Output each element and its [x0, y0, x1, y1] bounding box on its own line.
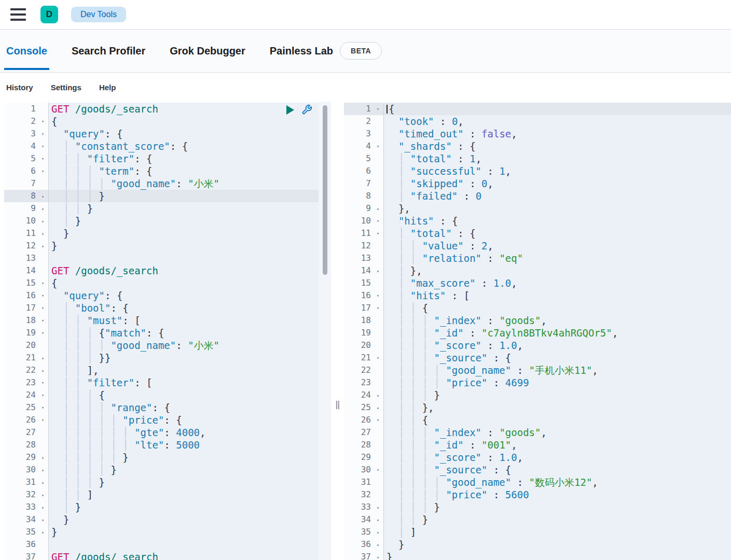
deployment-icon[interactable]: D [40, 6, 58, 23]
code-text[interactable]: } [49, 240, 319, 252]
send-request-button[interactable] [286, 105, 294, 115]
code-text[interactable]: │ │ "filter": { [49, 152, 319, 165]
code-text[interactable]: │ │ │ │ "good_name" : "数码小米12", [384, 476, 731, 488]
code-text[interactable]: │ │ │ "_index" : "goods", [384, 426, 731, 439]
code-line[interactable]: 8 │ "failed" : 0 [344, 190, 731, 202]
code-text[interactable]: │ │ │ "_id" : "c7ayln8BTkv4ahRGQOr5", [384, 327, 731, 339]
code-text[interactable]: "timed_out" : false, [384, 128, 731, 140]
code-text[interactable]: │ │ │ "_score" : 1.0, [384, 451, 731, 464]
code-text[interactable]: "_shards" : { [384, 140, 731, 152]
code-line[interactable]: 34▴ │ │ } [344, 513, 731, 526]
fold-toggle-icon[interactable]: ▴ [37, 526, 49, 538]
code-line[interactable]: 4▾ "_shards" : { [344, 140, 731, 152]
fold-toggle-icon[interactable]: ▾ [37, 165, 49, 177]
code-text[interactable]: │ │ { [384, 302, 731, 314]
code-text[interactable]: │ ] [384, 526, 731, 538]
code-text[interactable]: GET /goods/_search [49, 103, 319, 115]
code-line[interactable]: 18 │ │ │ "_index" : "goods", [344, 314, 731, 327]
code-text[interactable]: │ │ │ "_score" : 1.0, [384, 339, 731, 352]
code-line[interactable]: 31▴ │ │ │ } [4, 476, 319, 488]
code-text[interactable]: │ │ │ "_index" : "goods", [384, 314, 731, 327]
code-text[interactable]: │ │ "must": [ [49, 314, 319, 327]
fold-toggle-icon[interactable]: ▴ [37, 513, 49, 526]
code-line[interactable]: 36 [4, 538, 319, 551]
fold-toggle-icon[interactable]: ▴ [373, 389, 384, 401]
fold-toggle-icon[interactable]: ▾ [37, 277, 49, 289]
code-line[interactable]: 21▾ │ │ │ "_source" : { [344, 352, 731, 364]
tab-grok-debugger[interactable]: Grok Debugger [170, 30, 245, 72]
code-text[interactable]: GET /goods/_search [49, 264, 319, 277]
code-text[interactable]: } [49, 227, 319, 240]
code-line[interactable]: 4▾ │ "constant_score": { [4, 140, 319, 152]
code-text[interactable]: │ "max_score" : 1.0, [384, 277, 731, 289]
fold-toggle-icon[interactable]: ▾ [373, 227, 384, 240]
code-text[interactable]: │ "constant_score": { [49, 140, 319, 152]
menu-icon[interactable] [10, 8, 26, 21]
code-text[interactable]: │ } [49, 501, 319, 513]
fold-toggle-icon[interactable]: ▾ [373, 352, 384, 364]
code-line[interactable]: 20 │ │ │ │ "good_name": "小米" [4, 339, 319, 352]
code-line[interactable]: 24▴ │ │ │ } [344, 389, 731, 401]
code-line[interactable]: 22 │ │ │ │ "good_name" : "手机小米11", [344, 364, 731, 376]
code-line[interactable]: 19▾ │ │ │ {"match": { [4, 327, 319, 339]
fold-toggle-icon[interactable]: ▴ [373, 501, 384, 513]
code-line[interactable]: 1▾{ [344, 103, 731, 115]
fold-toggle-icon[interactable]: ▴ [373, 202, 384, 215]
code-text[interactable]: "query": { [49, 128, 319, 140]
code-text[interactable]: } [49, 526, 319, 538]
code-line[interactable]: 18▾ │ │ "must": [ [4, 314, 319, 327]
code-text[interactable]: │ │ │ } [384, 389, 731, 401]
code-text[interactable]: │ │ │ │ │ "price": { [49, 414, 319, 426]
code-line[interactable]: 2▾{ [4, 115, 319, 128]
fold-toggle-icon[interactable]: ▴ [37, 240, 49, 252]
code-text[interactable]: } [384, 551, 731, 560]
fold-toggle-icon[interactable]: ▾ [37, 414, 49, 426]
tab-console[interactable]: Console [6, 30, 47, 72]
code-text[interactable]: } [49, 513, 319, 526]
code-line[interactable]: 27 │ │ │ │ │ │ "gte": 4000, [4, 426, 319, 439]
menu-item-settings[interactable]: Settings [51, 83, 81, 92]
code-line[interactable]: 12 │ │ "value" : 2, [344, 240, 731, 252]
code-text[interactable]: │ │ } [384, 513, 731, 526]
fold-toggle-icon[interactable]: ▴ [373, 526, 384, 538]
code-text[interactable]: │ │ │ │ "good_name": "小米" [49, 339, 319, 352]
fold-toggle-icon[interactable]: ▾ [37, 289, 49, 302]
code-line[interactable]: 37▴} [344, 551, 731, 560]
code-line[interactable]: 34▴ } [4, 513, 319, 526]
fold-toggle-icon[interactable]: ▾ [373, 289, 384, 302]
fold-toggle-icon[interactable]: ▴ [37, 476, 49, 488]
fold-toggle-icon[interactable]: ▾ [373, 302, 384, 314]
code-text[interactable]: │ "failed" : 0 [384, 190, 731, 202]
fold-toggle-icon[interactable]: ▾ [37, 140, 49, 152]
code-line[interactable]: 5▾ │ │ "filter": { [4, 152, 319, 165]
code-line[interactable]: 30▾ │ │ │ "_source" : { [344, 464, 731, 476]
code-text[interactable]: │ │ "filter": [ [49, 376, 319, 389]
code-line[interactable]: 17▾ │ "bool": { [4, 302, 319, 314]
code-text[interactable]: │ │ │ "_source" : { [384, 464, 731, 476]
code-line[interactable]: 13 │ │ "relation" : "eq" [344, 252, 731, 264]
code-line[interactable]: 7 │ "skipped" : 0, [344, 177, 731, 190]
code-text[interactable]: │ │ "value" : 2, [384, 240, 731, 252]
code-line[interactable]: 13 [4, 252, 319, 264]
tab-painless-lab[interactable]: Painless LabBETA [270, 30, 382, 72]
code-line[interactable]: 28 │ │ │ │ │ │ "lte": 5000 [4, 439, 319, 451]
code-line[interactable]: 6 │ "successful" : 1, [344, 165, 731, 177]
fold-toggle-icon[interactable]: ▴ [37, 488, 49, 501]
code-line[interactable]: 29 │ │ │ "_score" : 1.0, [344, 451, 731, 464]
code-line[interactable]: 35▴} [4, 526, 319, 538]
code-text[interactable]: │ │ │ │ │ │ "gte": 4000, [49, 426, 319, 439]
code-line[interactable]: 29▴ │ │ │ │ │ } [4, 451, 319, 464]
fold-toggle-icon[interactable]: ▴ [373, 513, 384, 526]
fold-toggle-icon[interactable]: ▴ [373, 401, 384, 414]
code-text[interactable]: │ }, [384, 264, 731, 277]
code-line[interactable]: 26▾ │ │ │ │ │ "price": { [4, 414, 319, 426]
fold-toggle-icon[interactable]: ▾ [37, 376, 49, 389]
tab-search-profiler[interactable]: Search Profiler [72, 30, 145, 72]
fold-toggle-icon[interactable]: ▾ [37, 401, 49, 414]
fold-toggle-icon[interactable]: ▴ [37, 190, 49, 202]
code-line[interactable]: 14GET /goods/_search [4, 264, 319, 277]
code-text[interactable]: │ │ │ │ "range": { [49, 401, 319, 414]
code-text[interactable]: │ │ │ {"match": { [49, 327, 319, 339]
code-text[interactable]: { [384, 103, 731, 115]
fold-toggle-icon[interactable]: ▾ [37, 152, 49, 165]
